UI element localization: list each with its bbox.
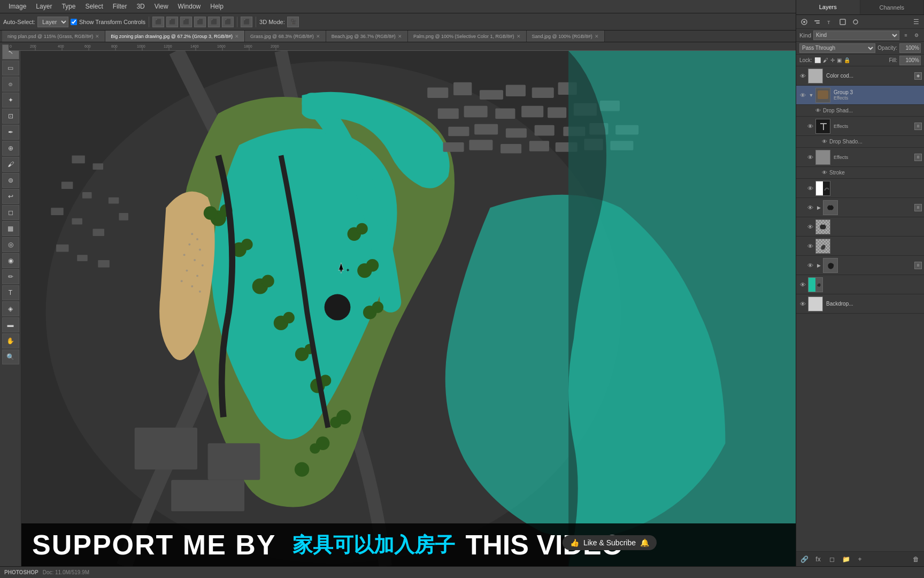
show-transform-checkbox[interactable] <box>71 19 77 25</box>
filter-adjustment-icon[interactable] <box>811 17 823 27</box>
menu-item-help[interactable]: Help <box>206 2 228 11</box>
new-layer-btn[interactable]: + <box>854 554 866 565</box>
layer-visibility-white-mask[interactable]: 👁 <box>806 184 814 193</box>
history-tool[interactable]: ↩ <box>2 189 19 204</box>
layer-visibility-checker-1[interactable]: 👁 <box>806 223 814 231</box>
like-badge[interactable]: 👍 Like & Subcribe 🔔 <box>563 535 657 550</box>
link-layers-btn[interactable]: 🔗 <box>798 554 810 565</box>
hand-tool[interactable]: ✋ <box>2 333 19 348</box>
3d-mode-btn[interactable]: 🎥 <box>287 17 299 27</box>
layer-backdrop[interactable]: 👁 Backdrop... <box>796 294 924 314</box>
menu-item-window[interactable]: Window <box>174 2 205 11</box>
fx-eye-text-drop-shadow[interactable]: 👁 <box>822 139 827 144</box>
fx-eye-gray-stroke[interactable]: 👁 <box>822 170 827 176</box>
opacity-input[interactable] <box>899 43 921 53</box>
align-middle-btn[interactable]: ⬛ <box>208 17 220 27</box>
path-tool[interactable]: ◈ <box>2 301 19 316</box>
tab-3[interactable]: Beach.jpg @ 36.7% (RGB/8#) ✕ <box>326 31 408 42</box>
layer-visibility-group3[interactable]: 👁 <box>798 91 807 100</box>
heal-tool[interactable]: ⊕ <box>2 141 19 156</box>
filter-type-icon[interactable]: T <box>824 17 836 27</box>
fx-drop-shadow-text[interactable]: 👁 Drop Shado... <box>796 136 924 148</box>
fill-input[interactable] <box>899 56 921 65</box>
tab-close-0[interactable]: ✕ <box>95 34 99 39</box>
zoom-tool[interactable]: 🔍 <box>2 349 19 364</box>
layer-group-dark-sub[interactable]: 👁 ▶ 8 <box>796 256 924 275</box>
lock-transparent-icon[interactable]: ⬜ <box>814 57 821 63</box>
filter-shape-icon[interactable] <box>837 17 849 27</box>
brush-tool[interactable]: 🖌 <box>2 157 19 172</box>
type-tool[interactable]: T <box>2 285 19 300</box>
lock-position-icon[interactable]: ✛ <box>830 57 835 63</box>
blur-tool[interactable]: ◎ <box>2 237 19 252</box>
filter-kind-icon[interactable] <box>798 17 810 27</box>
layer-color-correction[interactable]: 👁 Color cod... ◆ <box>796 66 924 86</box>
tab-5[interactable]: Sand.jpg @ 100% (RGB/8#) ✕ <box>527 31 605 42</box>
tab-close-1[interactable]: ✕ <box>235 34 239 39</box>
fx-eye-group3-drop-shadow[interactable]: 👁 <box>815 108 821 113</box>
tab-close-3[interactable]: ✕ <box>398 34 402 39</box>
menu-item-view[interactable]: View <box>150 2 173 11</box>
layer-checker-1[interactable]: 👁 <box>796 217 924 237</box>
fx-drop-shadow-group3[interactable]: 👁 Drop Shad... <box>796 105 924 117</box>
menu-item-filter[interactable]: Filter <box>109 2 132 11</box>
fx-stroke-gray[interactable]: 👁 Stroke <box>796 167 924 179</box>
blend-mode-select[interactable]: Pass Through <box>799 43 875 53</box>
kind-icon-2[interactable]: ⚙ <box>912 30 921 41</box>
tab-close-5[interactable]: ✕ <box>595 34 599 39</box>
layer-group-icon-sub[interactable]: 👁 ▶ 8 <box>796 198 924 217</box>
layer-teal[interactable]: 👁 <box>796 275 924 294</box>
layer-visibility-checker-2[interactable]: 👁 <box>806 242 814 250</box>
align-top-btn[interactable]: ⬛ <box>194 17 206 27</box>
menu-item-image[interactable]: Image <box>4 2 30 11</box>
kind-select[interactable]: Kind <box>813 31 899 40</box>
layer-gray-sub[interactable]: 👁 Effects 8 <box>796 148 924 167</box>
lock-artboards-icon[interactable]: ▣ <box>837 57 842 63</box>
layer-checker-2[interactable]: 👁 <box>796 237 924 256</box>
tab-close-2[interactable]: ✕ <box>316 34 320 39</box>
add-style-btn[interactable]: fx <box>812 554 824 565</box>
dodge-tool[interactable]: ◉ <box>2 253 19 268</box>
tab-channels[interactable]: Channels <box>860 0 925 14</box>
kind-icon-1[interactable]: ≡ <box>902 30 910 41</box>
menu-item-layer[interactable]: Layer <box>32 2 56 11</box>
lock-all-icon[interactable]: 🔒 <box>844 57 850 63</box>
crop-tool[interactable]: ⊡ <box>2 109 19 124</box>
tab-4[interactable]: Palm.png @ 100% (Selective Color 1, RGB/… <box>408 31 527 42</box>
canvas-area[interactable]: + SUPPORT ME BY 家具可以加入房子 THIS VIDEO 👍 Li… <box>21 51 796 566</box>
shape-tool[interactable]: ▬ <box>2 317 19 332</box>
menu-item-type[interactable]: Type <box>57 2 80 11</box>
lasso-tool[interactable]: ⌾ <box>2 77 19 92</box>
layer-expand-group3[interactable]: ▼ <box>808 92 814 98</box>
tab-close-4[interactable]: ✕ <box>517 34 521 39</box>
tab-0[interactable]: ning plan.psd @ 115% (Grass, RGB/8#) ✕ <box>2 31 105 42</box>
layer-expand-group-icon-sub[interactable]: ▶ <box>815 204 822 211</box>
align-left-btn[interactable]: ⬛ <box>152 17 164 27</box>
add-mask-btn[interactable]: ◻ <box>826 554 838 565</box>
new-group-btn[interactable]: 📁 <box>840 554 852 565</box>
layer-white-mask[interactable]: 👁 <box>796 179 924 198</box>
tab-1[interactable]: Big zoning plan drawing.jpg @ 67.2% (Gro… <box>105 31 245 42</box>
layer-visibility-text-sub[interactable]: 👁 <box>806 122 814 131</box>
select-tool[interactable]: ▭ <box>2 60 19 75</box>
align-center-btn[interactable]: ⬛ <box>166 17 178 27</box>
delete-layer-btn[interactable]: 🗑 <box>910 554 922 565</box>
filter-smart-icon[interactable] <box>850 17 861 27</box>
menu-item-select[interactable]: Select <box>81 2 107 11</box>
distribute-btn[interactable]: ⬛ <box>241 17 252 27</box>
magic-wand-tool[interactable]: ✦ <box>2 93 19 108</box>
align-right-btn[interactable]: ⬛ <box>180 17 192 27</box>
layer-visibility-teal[interactable]: 👁 <box>798 280 807 289</box>
auto-select-dropdown[interactable]: Layer <box>37 17 68 27</box>
layer-expand-group-dark-sub[interactable]: ▶ <box>815 262 822 269</box>
align-bottom-btn[interactable]: ⬛ <box>222 17 234 27</box>
layer-visibility-gray-sub[interactable]: 👁 <box>806 153 814 162</box>
panel-menu-icon[interactable]: ☰ <box>910 17 922 27</box>
gradient-tool[interactable]: ▦ <box>2 221 19 236</box>
clone-tool[interactable]: ⊚ <box>2 173 19 188</box>
layer-text-sub[interactable]: 👁 Effects 8 <box>796 117 924 136</box>
tab-2[interactable]: Grass.jpg @ 68.3% (RGB/8#) ✕ <box>245 31 326 42</box>
menu-item-3d[interactable]: 3D <box>132 2 149 11</box>
lock-pixels-icon[interactable]: 🖌 <box>823 57 828 63</box>
layer-visibility-backdrop[interactable]: 👁 <box>798 300 807 308</box>
